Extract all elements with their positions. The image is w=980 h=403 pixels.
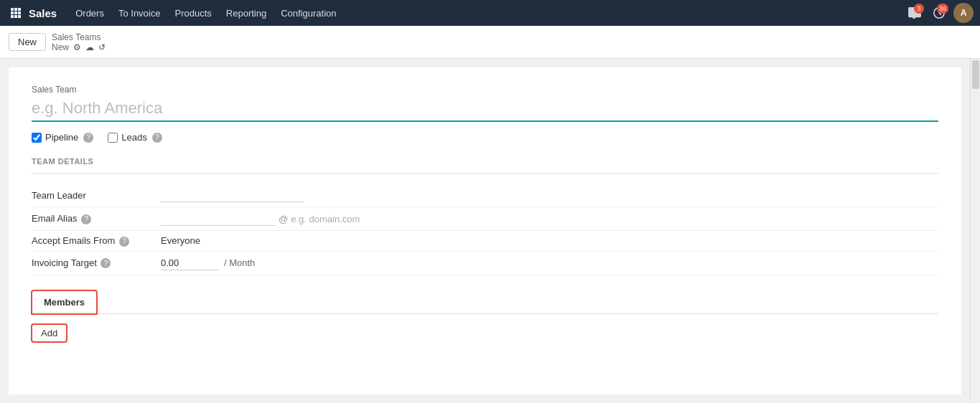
breadcrumb-parent[interactable]: Sales Teams: [52, 32, 106, 42]
settings-icon[interactable]: ⚙: [73, 42, 81, 52]
clock-icon-btn[interactable]: 36: [928, 2, 950, 24]
undo-icon[interactable]: ↺: [98, 42, 106, 52]
scrollbar-track[interactable]: [970, 59, 980, 403]
svg-rect-7: [14, 15, 17, 18]
nav-configuration[interactable]: Configuration: [274, 0, 343, 26]
nav-reporting[interactable]: Reporting: [219, 0, 274, 26]
at-sign: @: [279, 214, 288, 224]
svg-rect-0: [11, 8, 14, 11]
pipeline-checkbox-item: Pipeline ?: [32, 132, 93, 143]
svg-rect-5: [18, 11, 21, 14]
main-content: Sales Team Pipeline ? Leads ? TEAM DETAI…: [0, 59, 980, 403]
app-grid-icon[interactable]: [6, 3, 26, 23]
user-avatar: A: [953, 3, 974, 23]
invoicing-target-input[interactable]: [161, 256, 218, 270]
messages-badge: 3: [914, 4, 924, 14]
invoicing-target-value: / Month: [161, 256, 938, 270]
checkboxes-row: Pipeline ? Leads ?: [32, 132, 938, 143]
sales-team-name-input[interactable]: [32, 98, 938, 122]
team-leader-value: [161, 188, 938, 202]
leads-checkbox[interactable]: [108, 133, 118, 143]
sales-team-field-label: Sales Team: [32, 85, 938, 95]
top-nav: Sales Orders To Invoice Products Reporti…: [0, 0, 980, 26]
email-alias-input[interactable]: [161, 212, 276, 226]
team-details-section-title: TEAM DETAILS: [32, 157, 938, 166]
team-leader-row: Team Leader: [32, 184, 938, 207]
invoicing-help-icon[interactable]: ?: [101, 258, 111, 268]
breadcrumb-current: New: [52, 42, 69, 52]
team-leader-input[interactable]: [161, 188, 304, 202]
accept-emails-row: Accept Emails From ? Everyone: [32, 231, 938, 252]
leads-checkbox-item: Leads ?: [108, 132, 162, 143]
nav-orders[interactable]: Orders: [68, 0, 111, 26]
accept-emails-label: Accept Emails From ?: [32, 235, 161, 247]
invoicing-target-label: Invoicing Target ?: [32, 257, 161, 269]
accept-emails-help-icon[interactable]: ?: [119, 237, 129, 247]
messages-icon-btn[interactable]: 3: [904, 2, 925, 24]
app-name[interactable]: Sales: [29, 7, 57, 19]
clock-badge: 36: [937, 4, 948, 14]
pipeline-checkbox[interactable]: [32, 133, 42, 143]
pipeline-help-icon[interactable]: ?: [83, 133, 93, 143]
svg-rect-1: [14, 8, 17, 11]
nav-products[interactable]: Products: [167, 0, 218, 26]
form-area: Sales Team Pipeline ? Leads ? TEAM DETAI…: [9, 67, 961, 394]
tabs-row: Members: [32, 290, 938, 314]
section-divider: [32, 173, 938, 174]
nav-to-invoice[interactable]: To Invoice: [111, 0, 168, 26]
email-alias-label: Email Alias ?: [32, 213, 161, 224]
leads-label[interactable]: Leads: [121, 132, 146, 143]
invoicing-target-row: Invoicing Target ? / Month: [32, 252, 938, 275]
svg-rect-2: [18, 8, 21, 11]
accept-emails-value[interactable]: Everyone: [161, 235, 938, 246]
svg-rect-3: [11, 11, 14, 14]
email-alias-value: @ e.g. domain.com: [161, 212, 938, 226]
email-alias-help-icon[interactable]: ?: [81, 214, 91, 224]
breadcrumb: Sales Teams New ⚙ ☁ ↺: [52, 32, 106, 52]
svg-rect-4: [14, 11, 17, 14]
new-button[interactable]: New: [9, 33, 46, 51]
per-month-label: / Month: [224, 257, 255, 268]
leads-help-icon[interactable]: ?: [152, 133, 162, 143]
svg-rect-8: [18, 15, 21, 18]
email-domain-placeholder: e.g. domain.com: [291, 214, 360, 224]
cloud-save-icon[interactable]: ☁: [85, 42, 94, 52]
svg-rect-6: [11, 15, 14, 18]
toolbar: New Sales Teams New ⚙ ☁ ↺: [0, 26, 980, 59]
email-alias-row: Email Alias ? @ e.g. domain.com: [32, 207, 938, 231]
pipeline-label[interactable]: Pipeline: [45, 132, 78, 143]
avatar-btn[interactable]: A: [953, 2, 974, 24]
scrollbar-thumb[interactable]: [972, 60, 979, 89]
team-leader-label: Team Leader: [32, 190, 161, 201]
add-button[interactable]: Add: [32, 324, 67, 342]
tab-members[interactable]: Members: [32, 290, 97, 314]
